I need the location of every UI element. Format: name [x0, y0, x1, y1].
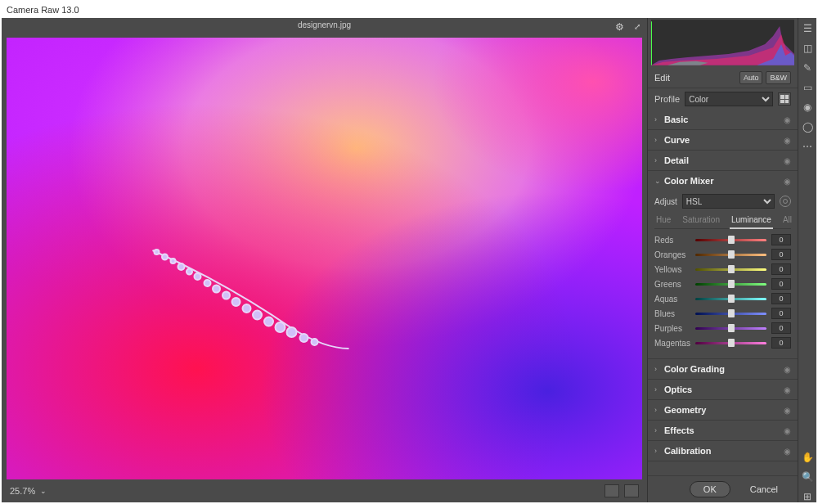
section-optics[interactable]: ›Optics◉: [648, 380, 798, 399]
adjust-select[interactable]: HSL: [682, 194, 775, 209]
grid-view-icon[interactable]: ⊞: [802, 491, 813, 502]
cancel-button[interactable]: Cancel: [737, 481, 791, 497]
adjust-label: Adjust: [654, 197, 677, 206]
tab-all[interactable]: All: [781, 214, 793, 228]
section-color-mixer[interactable]: ⌄Color Mixer◉: [648, 171, 798, 191]
visibility-icon[interactable]: ◉: [784, 136, 791, 145]
slider-thumb-icon[interactable]: [728, 309, 735, 317]
redeye-icon[interactable]: ◉: [802, 101, 813, 113]
histogram[interactable]: [648, 18, 798, 67]
slider-value[interactable]: 0: [771, 308, 791, 319]
slider-track[interactable]: [695, 338, 766, 348]
slider-thumb-icon[interactable]: [728, 280, 735, 288]
zoom-level[interactable]: 25.7%: [10, 486, 35, 496]
slider-track[interactable]: [695, 308, 766, 318]
slider-track[interactable]: [695, 264, 766, 274]
chevron-right-icon: ›: [654, 115, 664, 124]
profile-select[interactable]: Color: [685, 92, 773, 106]
svg-point-11: [195, 273, 201, 280]
visibility-icon[interactable]: ◉: [784, 447, 791, 456]
slider-value[interactable]: 0: [771, 293, 791, 304]
fullscreen-icon[interactable]: ⤢: [634, 20, 640, 34]
crop-icon[interactable]: ◫: [802, 43, 813, 54]
tab-hue[interactable]: Hue: [654, 214, 672, 228]
svg-point-10: [187, 269, 192, 275]
slider-label: Yellows: [654, 265, 690, 274]
profile-browser-icon[interactable]: [778, 92, 791, 106]
visibility-icon[interactable]: ◉: [784, 156, 791, 165]
tab-saturation[interactable]: Saturation: [681, 214, 721, 228]
visibility-icon[interactable]: ◉: [784, 115, 791, 124]
slider-label: Greens: [654, 280, 690, 289]
section-geometry[interactable]: ›Geometry◉: [648, 400, 798, 420]
more-icon[interactable]: ⋯: [802, 141, 813, 152]
slider-value[interactable]: 0: [771, 322, 791, 334]
visibility-icon[interactable]: ◉: [784, 426, 791, 435]
chevron-right-icon: ›: [654, 385, 664, 394]
slider-value[interactable]: 0: [771, 263, 791, 275]
filename-bar: designervn.jpg ⚙ ⤢: [2, 18, 647, 33]
chevron-right-icon: ›: [654, 406, 664, 414]
edit-header: Edit Auto B&W: [648, 67, 798, 88]
section-color-grading[interactable]: ›Color Grading◉: [648, 359, 798, 379]
slider-track[interactable]: [695, 294, 766, 304]
zoom-dropdown-icon[interactable]: ⌄: [40, 487, 47, 495]
bw-button[interactable]: B&W: [766, 71, 791, 84]
settings-gear-icon[interactable]: ⚙: [615, 20, 624, 34]
slider-value[interactable]: 0: [771, 278, 791, 290]
svg-point-18: [264, 317, 273, 326]
svg-point-8: [171, 259, 176, 263]
slider-value[interactable]: 0: [771, 337, 791, 349]
compare-toggle-icon[interactable]: [624, 484, 639, 497]
svg-point-17: [253, 311, 262, 320]
svg-point-19: [276, 322, 285, 332]
slider-value[interactable]: 0: [771, 249, 791, 260]
slider-label: Blues: [654, 309, 690, 318]
visibility-icon[interactable]: ◉: [784, 406, 791, 415]
chevron-right-icon: ›: [654, 426, 664, 434]
visibility-icon[interactable]: ◉: [784, 385, 791, 394]
svg-point-20: [287, 327, 297, 337]
section-effects[interactable]: ›Effects◉: [648, 421, 798, 440]
slider-thumb-icon[interactable]: [728, 324, 735, 332]
title-bar: Camera Raw 13.0: [2, 2, 816, 18]
slider-track[interactable]: [695, 279, 766, 289]
hand-icon[interactable]: ✋: [802, 452, 813, 463]
tab-luminance[interactable]: Luminance: [730, 214, 773, 229]
slider-label: Magentas: [654, 339, 690, 348]
edit-title: Edit: [654, 73, 670, 83]
slider-reds: Reds0: [654, 234, 791, 245]
slider-track[interactable]: [695, 235, 766, 245]
visibility-icon[interactable]: ◉: [784, 177, 791, 186]
zoom-icon[interactable]: 🔍: [802, 471, 813, 483]
slider-thumb-icon[interactable]: [728, 265, 735, 273]
targeted-adjustment-icon[interactable]: [780, 196, 791, 207]
slider-track[interactable]: [695, 323, 766, 333]
section-curve[interactable]: ›Curve◉: [648, 130, 798, 150]
slider-thumb-icon[interactable]: [728, 236, 735, 244]
slider-aquas: Aquas0: [654, 293, 791, 304]
dialog-actions: OK Cancel: [648, 475, 798, 502]
slider-thumb-icon[interactable]: [728, 250, 735, 259]
visibility-icon[interactable]: ◉: [784, 365, 791, 374]
slider-value[interactable]: 0: [771, 234, 791, 245]
auto-button[interactable]: Auto: [739, 71, 763, 84]
svg-point-16: [243, 304, 251, 313]
slider-thumb-icon[interactable]: [728, 295, 735, 303]
edit-sliders-icon[interactable]: ☰: [802, 23, 813, 34]
chevron-right-icon: ›: [654, 136, 664, 144]
slider-thumb-icon[interactable]: [728, 339, 735, 347]
presets-icon[interactable]: ◯: [802, 121, 813, 133]
section-basic[interactable]: ›Basic◉: [648, 110, 798, 129]
ok-button[interactable]: OK: [690, 481, 730, 497]
section-detail[interactable]: ›Detail◉: [648, 151, 798, 170]
filmstrip-toggle-icon[interactable]: [605, 484, 619, 497]
svg-point-15: [232, 298, 240, 306]
slider-purples: Purples0: [654, 322, 791, 334]
section-calibration[interactable]: ›Calibration◉: [648, 441, 798, 461]
mask-icon[interactable]: ▭: [802, 82, 813, 93]
image-preview[interactable]: [7, 38, 642, 479]
color-mixer-body: Adjust HSL Hue Saturation Luminance All …: [648, 191, 798, 358]
slider-track[interactable]: [695, 250, 766, 259]
healing-brush-icon[interactable]: ✎: [802, 62, 813, 74]
